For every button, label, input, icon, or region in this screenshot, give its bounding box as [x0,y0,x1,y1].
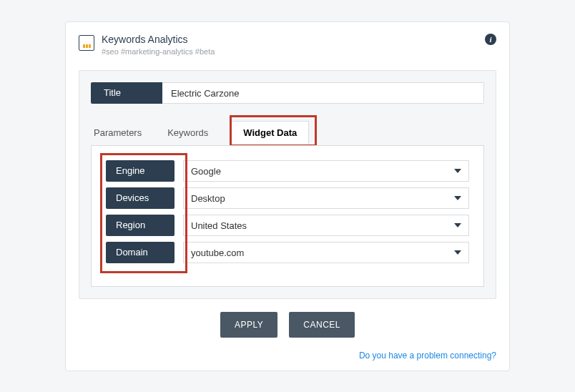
field-engine-label: Engine [106,160,175,182]
field-engine-select[interactable]: Google [183,160,469,182]
header-text: Keywords Analytics #seo #marketing-analy… [102,34,215,56]
title-row: Title [79,71,496,121]
field-domain-value: youtube.com [191,248,244,258]
field-devices-value: Desktop [191,193,225,204]
field-region-select[interactable]: United States [183,215,469,236]
chevron-down-icon [454,169,461,173]
field-domain-row: Domain youtube.com [106,242,469,263]
field-region-row: Region United States [106,215,469,236]
field-engine-value: Google [191,166,221,177]
field-devices-label: Devices [106,187,175,209]
config-inner: Title Parameters Keywords Widget Data En… [79,70,496,299]
widget-config-card: Keywords Analytics #seo #marketing-analy… [65,21,510,371]
field-devices-select[interactable]: Desktop [183,187,469,209]
apply-button[interactable]: APPLY [220,312,277,338]
field-region-label: Region [106,215,175,236]
cancel-button[interactable]: CANCEL [289,312,355,338]
field-engine-row: Engine Google [106,160,469,182]
help-link[interactable]: Do you have a problem connecting? [359,351,496,361]
title-input[interactable] [162,82,484,104]
footer: Do you have a problem connecting? [79,351,496,361]
title-label: Title [91,82,162,104]
field-domain-label: Domain [106,242,175,263]
tab-parameters[interactable]: Parameters [91,122,144,145]
card-title: Keywords Analytics [102,34,215,45]
chevron-down-icon [454,196,461,200]
widget-data-panel: Engine Google Devices Desktop Region Uni… [91,145,484,287]
field-region-value: United States [191,220,247,231]
tabs: Parameters Keywords Widget Data [79,121,496,145]
chevron-down-icon [454,223,461,227]
action-buttons: APPLY CANCEL [79,312,496,338]
card-tags: #seo #marketing-analytics #beta [102,47,215,56]
card-header: Keywords Analytics #seo #marketing-analy… [79,34,496,56]
keywords-analytics-icon [79,35,94,51]
field-devices-row: Devices Desktop [106,187,469,209]
info-icon[interactable]: i [485,34,496,45]
chevron-down-icon [454,250,461,255]
tab-keywords[interactable]: Keywords [164,122,211,145]
field-domain-select[interactable]: youtube.com [183,242,469,263]
tab-widget-data[interactable]: Widget Data [231,121,309,146]
